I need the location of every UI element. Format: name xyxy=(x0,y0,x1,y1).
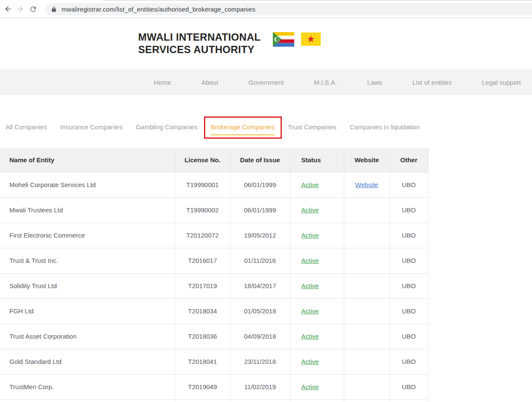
website-cell xyxy=(344,349,390,374)
entity-tab-label: Gambling Companies xyxy=(136,123,198,135)
other-cell: UBO xyxy=(390,298,428,324)
website-cell xyxy=(344,324,390,349)
date-cell: 01/05/2018 xyxy=(230,298,290,324)
status-link[interactable]: Active xyxy=(301,181,319,188)
nav-item[interactable]: M.I.S.A. xyxy=(314,79,337,86)
website-cell xyxy=(344,298,390,324)
nav-item[interactable]: List of entities xyxy=(412,79,452,86)
license-cell: T2018034 xyxy=(175,298,230,324)
status-cell: Active xyxy=(290,298,344,324)
entity-tab-label: Trust Companies xyxy=(288,123,337,135)
table-row: Trust Asset Corporation T2018036 04/09/2… xyxy=(0,324,428,349)
table-row: Solidity Trust Ltd T2017019 18/04/2017 A… xyxy=(0,273,428,298)
status-link[interactable]: Active xyxy=(301,232,319,239)
other-cell: UBO xyxy=(390,273,428,298)
ssl-lock-icon[interactable] xyxy=(51,6,57,12)
other-cell: UBO xyxy=(390,172,428,197)
license-cell: T20120072 xyxy=(175,223,230,248)
entity-tab[interactable]: Gambling Companies xyxy=(136,123,198,135)
mwali-flag-icon xyxy=(301,33,321,48)
entity-name-cell: Gold Standard Ltd xyxy=(0,349,175,374)
status-link[interactable]: Active xyxy=(301,358,319,365)
date-cell: 11/02/2019 xyxy=(230,374,290,399)
entity-name-cell: Trust Asset Corporation xyxy=(0,324,175,349)
license-cell: T19990002 xyxy=(175,197,230,223)
website-cell xyxy=(344,273,390,298)
entity-tab[interactable]: Companies in liquidation xyxy=(350,123,420,135)
nav-item[interactable]: About xyxy=(201,79,218,86)
entity-tab-label: Brokerage Companies xyxy=(211,123,275,135)
date-cell: 23/11/2018 xyxy=(230,349,290,374)
main-nav-bar: HomeAboutGovernmentM.I.S.A.LawsList of e… xyxy=(0,69,532,95)
date-cell: 01/11/2016 xyxy=(230,248,290,273)
entity-tabs: All Companies Insurance Companies Gambli… xyxy=(6,123,420,135)
browser-forward-button[interactable] xyxy=(15,4,25,14)
browser-toolbar: mwaliregistrar.com/list_of_entities/auth… xyxy=(0,0,532,18)
nav-item[interactable]: Government xyxy=(248,79,284,86)
url-text: mwaliregistrar.com/list_of_entities/auth… xyxy=(62,6,255,13)
license-cell: T19990001 xyxy=(175,172,230,197)
nav-item[interactable]: Home xyxy=(154,79,171,86)
table-row-partial xyxy=(0,399,428,402)
status-link[interactable]: Active xyxy=(301,383,319,390)
table-header: Name of Entity License No. Date of Issue… xyxy=(0,148,428,172)
license-cell: T2018041 xyxy=(175,349,230,374)
status-cell: Active xyxy=(290,273,344,298)
status-link[interactable]: Active xyxy=(301,307,319,315)
col-header-date: Date of Issue xyxy=(230,148,290,172)
website-cell xyxy=(344,374,390,399)
col-header-other: Other xyxy=(390,148,428,172)
nav-item[interactable]: Legal support xyxy=(482,79,521,86)
browser-reload-button[interactable] xyxy=(28,4,38,14)
entity-tab-label: All Companies xyxy=(6,123,47,135)
entity-tab[interactable]: All Companies xyxy=(6,123,47,135)
page-title-line2: SERVICES AUTHORITY xyxy=(138,43,261,56)
entity-tab[interactable]: Trust Companies xyxy=(288,123,337,135)
license-cell: T2017019 xyxy=(175,273,230,298)
entity-name-cell: TrustMen Corp. xyxy=(0,374,175,399)
other-cell: UBO xyxy=(390,374,428,399)
entities-table-container: Name of Entity License No. Date of Issue… xyxy=(0,148,429,402)
col-header-license: License No. xyxy=(175,148,230,172)
entity-name-cell: FGH Ltd xyxy=(0,298,175,324)
col-header-status: Status xyxy=(290,148,344,172)
other-cell: UBO xyxy=(390,223,428,248)
other-cell: UBO xyxy=(390,349,428,374)
table-row: Moheli Corporate Services Ltd T19990001 … xyxy=(0,172,428,197)
status-cell: Active xyxy=(290,349,344,374)
table-row: Gold Standard Ltd T2018041 23/11/2018 Ac… xyxy=(0,349,428,374)
website-cell xyxy=(344,248,390,273)
website-link[interactable]: Website xyxy=(355,181,378,188)
entity-tab[interactable]: Insurance Companies xyxy=(60,123,123,135)
status-link[interactable]: Active xyxy=(301,282,319,289)
address-bar[interactable]: mwaliregistrar.com/list_of_entities/auth… xyxy=(45,3,532,15)
nav-item[interactable]: Laws xyxy=(367,79,382,86)
website-cell xyxy=(344,223,390,248)
browser-back-button[interactable] xyxy=(3,4,13,14)
reload-icon xyxy=(29,5,37,13)
forward-arrow-icon xyxy=(16,5,24,13)
entity-name-cell: Solidity Trust Ltd xyxy=(0,273,175,298)
next-row-stub xyxy=(0,399,428,402)
status-link[interactable]: Active xyxy=(301,333,319,340)
date-cell: 19/05/2012 xyxy=(230,223,290,248)
entity-name-cell: Moheli Corporate Services Ltd xyxy=(0,172,175,197)
table-row: Mwali Trustees Ltd T19990002 06/01/1999 … xyxy=(0,197,428,223)
license-cell: T2018036 xyxy=(175,324,230,349)
table-row: TrustMen Corp. T2019049 11/02/2019 Activ… xyxy=(0,374,428,399)
back-arrow-icon xyxy=(4,5,12,13)
tabstrip-edge xyxy=(103,0,532,1)
col-header-name: Name of Entity xyxy=(0,148,175,172)
date-cell: 06/01/1999 xyxy=(230,197,290,223)
entity-name-cell: Trust & Trust Inc. xyxy=(0,248,175,273)
status-cell: Active xyxy=(290,374,344,399)
license-cell: T2016017 xyxy=(175,248,230,273)
status-link[interactable]: Active xyxy=(301,206,319,214)
status-cell: Active xyxy=(290,324,344,349)
entity-tab[interactable]: Brokerage Companies xyxy=(211,123,275,135)
website-cell xyxy=(344,197,390,223)
col-header-website: Website xyxy=(344,148,390,172)
status-link[interactable]: Active xyxy=(301,257,319,264)
website-cell: Website xyxy=(344,172,390,197)
entities-table: Name of Entity License No. Date of Issue… xyxy=(0,148,429,402)
